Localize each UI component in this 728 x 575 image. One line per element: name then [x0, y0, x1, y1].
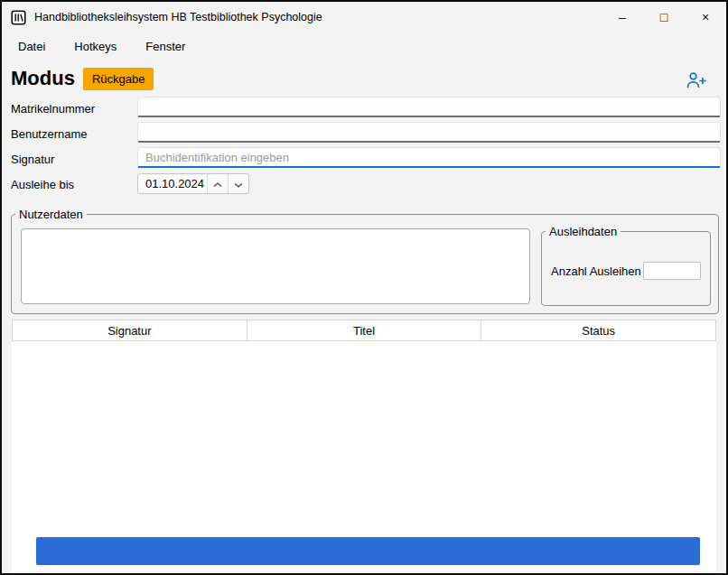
chevron-up-icon: [213, 177, 222, 190]
maximize-button[interactable]: □: [643, 2, 685, 32]
menu-item-hotkeys[interactable]: Hotkeys: [74, 40, 117, 53]
chevron-down-icon: [234, 177, 243, 190]
nutzerdaten-groupbox: Nutzerdaten Ausleihdaten Anzahl Ausleihe…: [11, 208, 719, 314]
minimize-button[interactable]: –: [602, 2, 643, 32]
window-title: Handbibliotheksleihsystem HB Testbibliot…: [34, 11, 322, 23]
mode-heading: Modus: [11, 67, 75, 90]
menu-item-fenster[interactable]: Fenster: [145, 40, 185, 53]
anzahl-ausleihen-input[interactable]: [643, 262, 701, 280]
ausleihdaten-groupbox: Ausleihdaten Anzahl Ausleihen: [541, 225, 711, 306]
anzahl-ausleihen-row: Anzahl Ausleihen: [551, 262, 701, 280]
library-book-icon: [11, 10, 26, 25]
rueckgabe-mode-button[interactable]: Rückgabe: [83, 68, 154, 90]
benutzername-label: Benutzername: [11, 127, 88, 141]
date-increment-button[interactable]: [207, 174, 228, 193]
footer-selection-bar[interactable]: [36, 537, 700, 565]
ausleihe-bis-label: Ausleihe bis: [11, 178, 74, 191]
menubar: Datei Hotkeys Fenster: [2, 32, 726, 60]
signatur-input[interactable]: [137, 147, 721, 168]
nutzerdaten-textbox[interactable]: [21, 228, 530, 304]
person-plus-icon: [686, 79, 707, 92]
date-decrement-button[interactable]: [228, 174, 248, 193]
signatur-label: Signatur: [11, 153, 54, 166]
menu-item-datei[interactable]: Datei: [18, 40, 45, 53]
benutzername-input[interactable]: [137, 122, 721, 143]
window-controls: – □ ×: [602, 2, 726, 32]
date-value: 01.10.2024: [138, 174, 207, 193]
matrikelnummer-label: Matrikelnummer: [11, 102, 95, 116]
table-header-signatur[interactable]: Signatur: [13, 320, 247, 340]
add-user-button[interactable]: [685, 71, 708, 91]
close-button[interactable]: ×: [685, 2, 726, 32]
ausleihe-bis-date-spinner[interactable]: 01.10.2024: [137, 173, 249, 194]
ausleihdaten-legend: Ausleihdaten: [546, 225, 621, 238]
anzahl-ausleihen-label: Anzahl Ausleihen: [551, 264, 641, 278]
titlebar: Handbibliotheksleihsystem HB Testbibliot…: [2, 2, 726, 32]
matrikelnummer-input[interactable]: [137, 97, 721, 117]
app-window: Handbibliotheksleihsystem HB Testbibliot…: [0, 0, 728, 575]
table-header-status[interactable]: Status: [481, 320, 715, 340]
mode-row: Modus Rückgabe: [11, 67, 154, 90]
table-header: Signatur Titel Status: [12, 320, 716, 341]
nutzerdaten-legend: Nutzerdaten: [15, 208, 87, 221]
table-header-titel[interactable]: Titel: [247, 320, 482, 340]
